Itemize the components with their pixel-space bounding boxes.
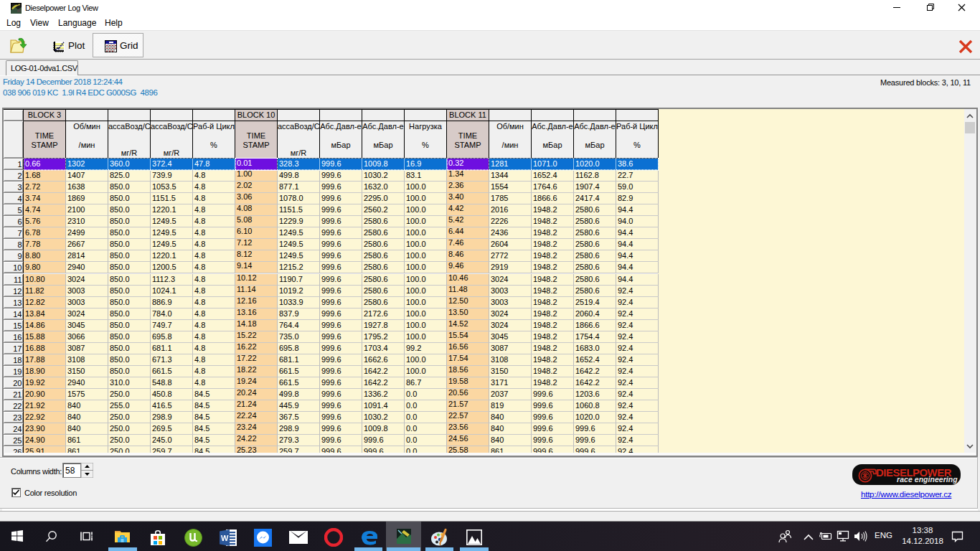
svg-text:W: W bbox=[221, 534, 229, 542]
